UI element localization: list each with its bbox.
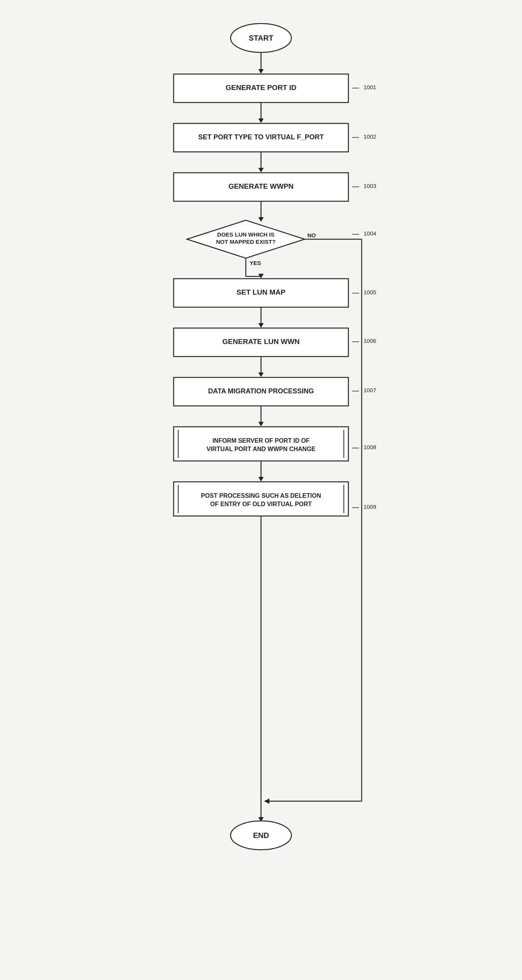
no-label: NO (307, 232, 316, 239)
step-label-1006: 1006 (364, 337, 376, 344)
step-1002-text: SET PORT TYPE TO VIRTUAL F_PORT (198, 133, 324, 141)
svg-rect-38 (174, 427, 348, 461)
step-label-1007: 1007 (364, 387, 376, 393)
step-1004-text-line2: NOT MAPPED EXIST? (216, 239, 276, 245)
step-label-1005: 1005 (364, 289, 376, 295)
flowchart-svg: START 1001 GENERATE PORT ID 1002 SET POR… (128, 15, 394, 964)
step-1008-text-line2: VIRTUAL PORT AND WWPN CHANGE (206, 446, 315, 452)
step-1008-text-line1: INFORM SERVER OF PORT ID OF (212, 438, 310, 444)
step-1009-text-line1: POST PROCESSING SUCH AS DELETION (201, 492, 321, 499)
step-label-1002: 1002 (364, 133, 376, 140)
end-label: END (253, 831, 269, 840)
diagram-container: START 1001 GENERATE PORT ID 1002 SET POR… (128, 15, 394, 966)
yes-label: YES (250, 260, 261, 266)
step-1005-text: SET LUN MAP (237, 288, 286, 296)
step-label-1009: 1009 (364, 503, 376, 510)
step-label-1008: 1008 (364, 444, 376, 450)
step-label-1003: 1003 (364, 183, 376, 189)
step-1007-text: DATA MIGRATION PROCESSING (208, 387, 314, 395)
step-1006-text: GENERATE LUN WWN (222, 337, 299, 345)
step-1009-text-line2: OF ENTRY OF OLD VIRTUAL PORT (210, 501, 311, 507)
svg-rect-44 (174, 482, 348, 516)
step-label-1004: 1004 (364, 230, 376, 237)
step-label-1001: 1001 (364, 84, 376, 91)
step-1001-text: GENERATE PORT ID (226, 84, 297, 92)
step-1003-text: GENERATE WWPN (228, 182, 294, 190)
start-label: START (249, 34, 273, 42)
step-1004-text-line1: DOES LUN WHICH IS (217, 231, 275, 238)
